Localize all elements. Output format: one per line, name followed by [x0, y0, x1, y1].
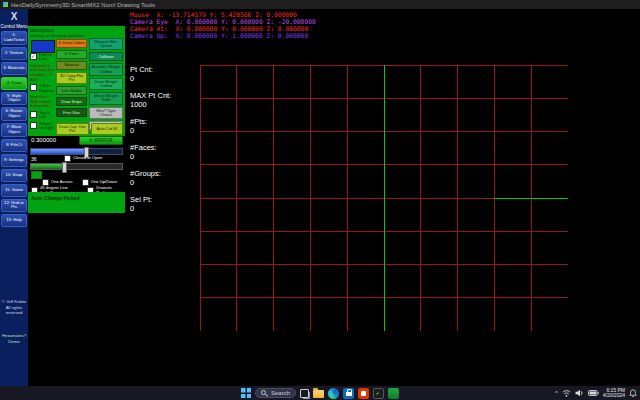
tray-overflow-caret-icon[interactable]: ^: [555, 390, 558, 396]
stat-label: #Groups:: [130, 169, 171, 178]
slider-panel: 0.300000 4: MIRROR Closed or Open 36 One…: [28, 136, 125, 192]
draw-weight-outline-button[interactable]: Draw Weight Outline: [89, 78, 123, 90]
copyright-text: © Jeff Kubitz All rights reserved: [0, 299, 28, 316]
stat-faces: #Faces:0: [130, 143, 171, 161]
slider-fill: [31, 164, 62, 169]
checkbox-bottom-on-right[interactable]: Bottom on Right: [30, 122, 55, 131]
panel-note-1: Checked X and Draw (on rotation) + X Axi…: [30, 64, 55, 82]
checkbox-box: [30, 122, 37, 129]
readout-line: Camera At: X: 0.000000 Y: 0.000000 Z: 0.…: [130, 25, 316, 32]
panel-subdescription: settings of drawing variables: [30, 33, 84, 38]
start-button[interactable]: [241, 388, 251, 398]
slider2-value: 36: [31, 156, 37, 162]
search-label: Search: [271, 390, 290, 396]
stat-pts: #Pts:0: [130, 117, 171, 135]
4-draw-colour-button[interactable]: 4: Draw Colour: [56, 39, 87, 48]
panel-note-2: New Grid Wall Center End points: [30, 95, 55, 109]
sidebar-item-7-move-object[interactable]: 7: Move Object: [1, 123, 27, 137]
windows-logo-icon: [241, 388, 251, 398]
checkbox-free-to-last[interactable]: Free to Last: [30, 53, 55, 62]
green-app-icon[interactable]: [388, 388, 399, 399]
stat-value: 0: [130, 74, 171, 83]
model-stats: Pt Cnt:0MAX Pt Cnt:1000#Pts:0#Faces:0#Gr…: [130, 65, 171, 213]
slider-handle[interactable]: [62, 162, 67, 173]
slider1-value: 0.300000: [31, 137, 56, 143]
sidebar-item-4-draw[interactable]: 4: Draw: [1, 77, 27, 90]
sidebar-item-10-snap[interactable]: 10: Snap: [1, 169, 27, 182]
readout-line: Camera Eye X: 0.000000 Y: 0.000000 Z: -2…: [130, 18, 316, 25]
stat-label: Sel Pt:: [130, 195, 171, 204]
sidebar-item-3-materials[interactable]: 3: Materials: [1, 62, 27, 75]
sidebar-item-1-codeticket[interactable]: 1: CodeTicket: [1, 31, 27, 45]
material-button[interactable]: Material: [56, 61, 87, 70]
size-slider[interactable]: [30, 148, 123, 155]
checkbox-y-axis-rotation[interactable]: Y Axis Rotation: [30, 84, 55, 93]
sidebar-item-13-help[interactable]: 13: Help: [1, 214, 27, 227]
draw-cap-use-pts-button[interactable]: Draw Cap: Use Pts: [56, 123, 89, 135]
checkbox-label: Y Axis Rotation: [39, 84, 55, 93]
sidebar-item-11-game[interactable]: 11: Game: [1, 184, 27, 197]
office-app-icon[interactable]: [358, 388, 369, 399]
grid-lines: [200, 65, 568, 331]
stat-max-pt-cnt: MAX Pt Cnt:1000: [130, 91, 171, 109]
count-slider[interactable]: [30, 163, 123, 170]
coordinate-readout: Mouse X: -13.714579 Y: 5.428566 Z: 0.000…: [130, 11, 316, 39]
stat-label: Pt Cnt:: [130, 65, 171, 74]
stat-pt-cnt: Pt Cnt:0: [130, 65, 171, 83]
checkbox-label: Top to Left: [39, 111, 55, 120]
sidebar-item-9-settings[interactable]: 9: Settings: [1, 154, 27, 167]
sidebar-item-8-filect[interactable]: 8: FileCt: [1, 139, 27, 152]
auto-crd-w-button[interactable]: Auto Crd W: [91, 123, 124, 135]
sidebar-item-2-texture[interactable]: 2: Texture: [1, 47, 27, 60]
sidebar-item-5-style-object[interactable]: 5: Style Object: [1, 92, 27, 106]
checkbox-label: Bottom on Right: [39, 122, 55, 131]
system-tray: ^ 6:15 PM 4/20/2024: [555, 386, 637, 400]
collision-button[interactable]: Collision: [89, 52, 123, 61]
file-explorer-icon[interactable]: [313, 390, 324, 398]
antialias-weight-outline-button[interactable]: Antialias Weight Outline: [89, 63, 123, 75]
volume-icon[interactable]: [575, 389, 584, 397]
free-size-button[interactable]: Free Size: [56, 108, 87, 117]
taskbar-center: Search: [241, 386, 399, 400]
terminal-app-icon[interactable]: [373, 388, 384, 399]
checkbox-label: Free to Last: [39, 53, 55, 62]
battery-icon[interactable]: [588, 390, 599, 396]
taskbar-clock[interactable]: 6:15 PM 4/20/2024: [603, 388, 625, 399]
draw-strips-button[interactable]: Draw Strips: [56, 97, 87, 106]
sidebar-menu: 1: CodeTicket2: Texture3: Materials4: Dr…: [0, 31, 28, 227]
sidebar-item-6-rotate-object[interactable]: 6: Rotate Object: [1, 107, 27, 121]
checkbox-box: [30, 84, 37, 91]
checkbox-box: [64, 155, 71, 162]
4-parts-button[interactable]: 4: Parts: [56, 50, 87, 59]
picked-color-swatch[interactable]: [31, 171, 42, 179]
stat-label: #Pts:: [130, 117, 171, 126]
checkbox-closed-or-open[interactable]: Closed or Open: [64, 155, 102, 162]
auto-change-strip[interactable]: Auto Change Picked: [28, 192, 125, 213]
mirror-button[interactable]: 4: MIRROR: [79, 136, 123, 145]
mini-type-choice-button[interactable]: Mini? Type Choice: [89, 107, 123, 119]
stat-value: 1000: [130, 100, 171, 109]
checkbox-box: [30, 53, 37, 60]
mirror-weight-table-button[interactable]: Mirror Weight Table: [89, 92, 123, 104]
material-wire-option-button[interactable]: Material Wire Option: [89, 38, 123, 50]
taskbar-apps: [300, 388, 399, 399]
sidebar-item-12-grid-or-pts[interactable]: 12: Grid or Pts: [1, 199, 27, 213]
taskbar-search[interactable]: Search: [255, 388, 296, 398]
viewport[interactable]: Mouse X: -13.714579 Y: 5.428566 Z: 0.000…: [125, 9, 640, 386]
line-nodes-button[interactable]: Line Nodes: [56, 86, 87, 95]
window-title: HexDailySymmetry3D SmartMX2 Num! Drawing…: [11, 2, 155, 8]
panel-bottom-buttons: Draw Cap: Use PtsAuto Crd W: [56, 123, 123, 135]
microsoft-store-icon[interactable]: [343, 388, 354, 399]
auto-change-label: Auto Change Picked: [31, 195, 80, 201]
sidebar-header: Control Menu: [0, 24, 28, 29]
wifi-icon[interactable]: [562, 389, 571, 397]
taskbar: Search ^ 6:15 PM 4/20/2024: [0, 386, 640, 400]
3d-copy-flat-pts-button[interactable]: 3D Copy Flat Pts: [56, 72, 87, 84]
slider-fill: [31, 149, 84, 154]
task-view-icon[interactable]: [300, 389, 309, 398]
notification-bell-icon[interactable]: [629, 389, 637, 398]
edge-browser-icon[interactable]: [328, 388, 339, 399]
stat-value: 0: [130, 178, 171, 187]
app-window: HexDailySymmetry3D SmartMX2 Num! Drawing…: [0, 0, 640, 400]
checkbox-top-to-left[interactable]: Top to Left: [30, 111, 55, 120]
